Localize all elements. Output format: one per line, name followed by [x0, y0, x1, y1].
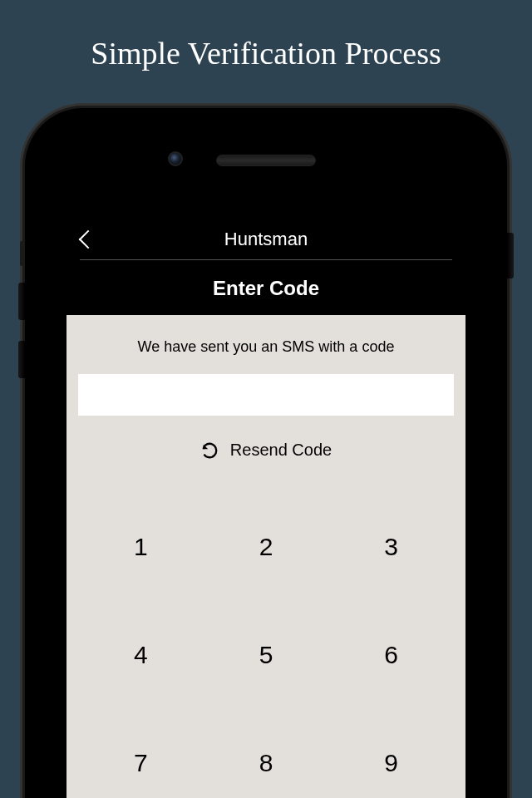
keypad-key-4[interactable]: 4: [78, 601, 204, 709]
resend-button[interactable]: Resend Code: [78, 441, 454, 460]
keypad-key-1[interactable]: 1: [78, 493, 204, 601]
phone-volume-up: [18, 283, 25, 320]
phone-mute-switch: [20, 241, 25, 266]
keypad-key-9[interactable]: 9: [328, 709, 454, 798]
phone-volume-down: [18, 341, 25, 378]
instruction-text: We have sent you an SMS with a code: [78, 338, 454, 356]
phone-power-button: [507, 233, 514, 278]
app-header: Huntsman Enter Code: [66, 216, 466, 315]
keypad-key-2[interactable]: 2: [204, 493, 329, 601]
undo-icon: [200, 441, 219, 460]
keypad-key-5[interactable]: 5: [204, 601, 329, 709]
header-title: Huntsman: [80, 229, 452, 250]
keypad-key-3[interactable]: 3: [328, 493, 454, 601]
keypad-key-7[interactable]: 7: [78, 709, 204, 798]
marketing-title: Simple Verification Process: [0, 0, 532, 71]
phone-frame: Huntsman Enter Code We have sent you an …: [25, 108, 507, 798]
keypad-key-6[interactable]: 6: [328, 601, 454, 709]
content-area: We have sent you an SMS with a code Rese…: [66, 315, 466, 798]
numeric-keypad: 1 2 3 4 5 6 7 8 9: [78, 493, 454, 798]
phone-camera: [168, 151, 183, 166]
resend-label: Resend Code: [230, 441, 332, 460]
keypad-key-8[interactable]: 8: [204, 709, 329, 798]
header-subtitle: Enter Code: [80, 260, 452, 300]
app-screen: Huntsman Enter Code We have sent you an …: [66, 216, 466, 798]
header-top-row: Huntsman: [80, 229, 452, 260]
phone-speaker: [216, 155, 316, 166]
code-input[interactable]: [78, 374, 454, 416]
